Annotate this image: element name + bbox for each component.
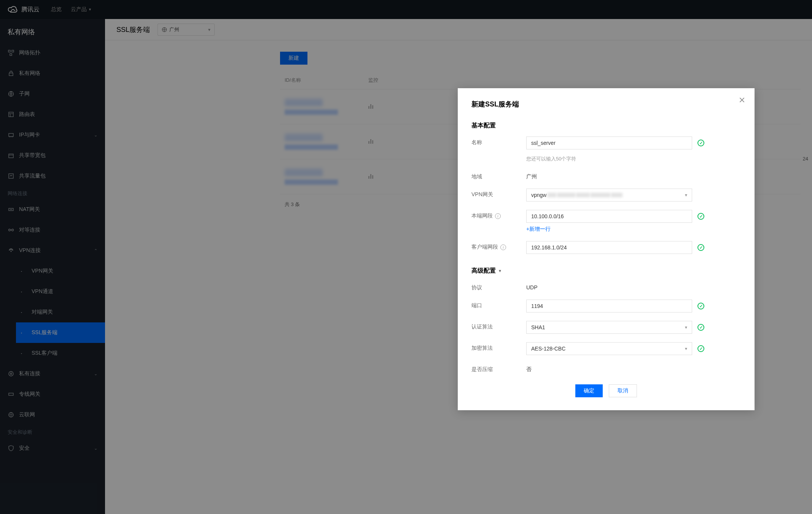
row-client-cidr: 客户端网段 — [471, 241, 741, 254]
valid-check-icon — [697, 303, 704, 309]
label-compress: 是否压缩 — [471, 363, 526, 373]
local-cidr-input[interactable] — [526, 210, 692, 223]
valid-check-icon — [697, 324, 704, 331]
add-line-link[interactable]: +新增一行 — [526, 226, 551, 233]
row-region: 地域 广州 — [471, 171, 741, 180]
value-compress: 否 — [526, 363, 532, 373]
info-icon[interactable] — [500, 244, 506, 250]
value-protocol: UDP — [526, 282, 538, 290]
label-name: 名称 — [471, 136, 526, 146]
valid-check-icon — [697, 244, 704, 251]
client-cidr-input[interactable] — [526, 241, 692, 254]
section-advanced-title[interactable]: 高级配置▼ — [471, 267, 741, 275]
label-region: 地域 — [471, 171, 526, 180]
confirm-button[interactable]: 确定 — [575, 384, 603, 397]
enc-alg-select[interactable]: AES-128-CBC — [526, 342, 692, 355]
redacted-text — [547, 193, 623, 197]
row-compress: 是否压缩 否 — [471, 363, 741, 373]
row-name: 名称 您还可以输入50个字符 — [471, 136, 741, 162]
vpn-gw-select[interactable]: vpngw — [526, 189, 692, 201]
row-enc-alg: 加密算法 AES-128-CBC — [471, 342, 741, 355]
row-protocol: 协议 UDP — [471, 282, 741, 291]
valid-check-icon — [697, 213, 704, 220]
modal-title: 新建SSL服务端 — [471, 100, 741, 109]
close-icon — [739, 97, 745, 103]
close-button[interactable] — [739, 97, 745, 103]
modal-new-ssl-server: 新建SSL服务端 基本配置 名称 您还可以输入50个字符 地域 广州 VPN网关… — [458, 88, 755, 410]
row-port: 端口 — [471, 300, 741, 313]
port-input[interactable] — [526, 300, 692, 313]
peek-cidr-suffix: 24 — [803, 156, 808, 162]
name-input[interactable] — [526, 136, 692, 149]
label-port: 端口 — [471, 300, 526, 309]
row-vpn-gw: VPN网关 vpngw — [471, 189, 741, 201]
label-enc-alg: 加密算法 — [471, 342, 526, 352]
label-local-cidr: 本端网段 — [471, 210, 526, 219]
label-client-cidr: 客户端网段 — [471, 241, 526, 251]
section-basic-title: 基本配置 — [471, 122, 741, 130]
label-auth-alg: 认证算法 — [471, 321, 526, 330]
label-vpn-gw: VPN网关 — [471, 189, 526, 198]
modal-footer: 确定 取消 — [471, 384, 741, 397]
auth-alg-select[interactable]: SHA1 — [526, 321, 692, 334]
row-auth-alg: 认证算法 SHA1 — [471, 321, 741, 334]
label-protocol: 协议 — [471, 282, 526, 291]
valid-check-icon — [697, 140, 704, 146]
info-icon[interactable] — [495, 213, 501, 219]
name-hint: 您还可以输入50个字符 — [526, 155, 576, 162]
value-region: 广州 — [526, 171, 537, 180]
valid-check-icon — [697, 345, 704, 352]
row-local-cidr: 本端网段 +新增一行 — [471, 210, 741, 233]
chevron-down-icon: ▼ — [498, 269, 502, 273]
cancel-button[interactable]: 取消 — [609, 384, 637, 397]
